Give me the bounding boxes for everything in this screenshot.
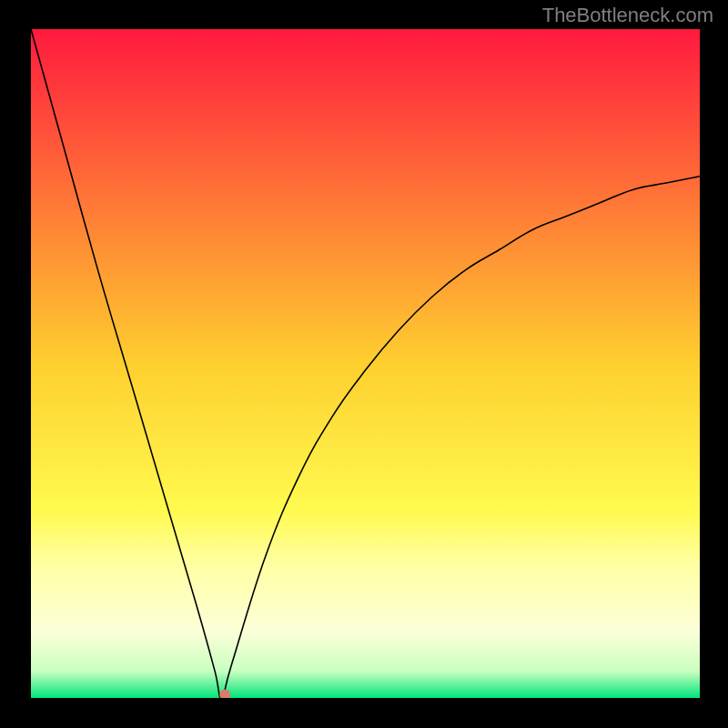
plot-area (31, 29, 700, 698)
chart-frame: TheBottleneck.com (0, 0, 728, 728)
attribution-text: TheBottleneck.com (542, 4, 713, 27)
optimum-dot (219, 689, 230, 698)
bottleneck-curve (31, 29, 700, 698)
